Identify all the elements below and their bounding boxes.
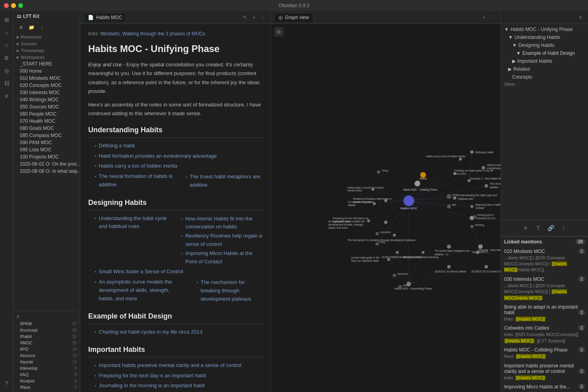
file-010-mindsets[interactable]: 010 Mindsets MOC [14,75,80,82]
list-item[interactable]: The mechanism for breaking through devel… [196,278,263,303]
minimize-button[interactable] [11,3,16,8]
sort-button[interactable]: ↕ [37,23,46,32]
node-defining[interactable] [470,150,474,154]
list-item[interactable]: How Atomic Habits fit into the conversat… [181,214,263,232]
link-chain-icon[interactable]: 🔗 [545,222,557,234]
node-colliding[interactable] [414,181,420,186]
link-walking-phases[interactable]: Walking through the 3 phases of MOCs [122,31,205,37]
file-090-pkm[interactable]: 090 PKM MOC [14,139,80,146]
node-tag-aq[interactable] [375,242,379,245]
file-095-lists[interactable]: 095 Lists MOC [14,146,80,153]
tag-fave[interactable]: #fave 7 [14,384,80,390]
outline-related[interactable]: ▶ Related [501,65,588,73]
list-item[interactable]: Charting out habit cycles in my life cir… [95,327,263,338]
settings-icon[interactable]: ⚙ [1,52,12,64]
list-item[interactable]: Habit formation provides an evolutionary… [95,151,263,162]
list-item[interactable]: Defining a habit [95,141,263,151]
list-item[interactable]: Preparing for the next day is an importa… [95,371,263,381]
file-080-goals[interactable]: 080 Goals MOC [14,125,80,132]
file-060-people[interactable]: 060 People MOC [14,110,80,118]
node-tag-map[interactable] [447,194,451,199]
outline-understanding[interactable]: ▼ Understanding Habits [501,33,588,41]
maximize-button[interactable] [18,3,23,8]
sidebar-close-button[interactable]: ≡ [576,13,585,22]
bl-item-mindsets[interactable]: 010 Mindsets MOC 1 ...dsets MOC]] | [[02… [501,247,588,275]
bl-item-cobwebs[interactable]: Cobwebs into Cables 1 links: [[020 Conce… [501,324,588,346]
text-icon[interactable]: T [533,222,544,234]
file-085-compass[interactable]: 085 Compass MOC [14,132,80,139]
tag-icon[interactable]: # [1,91,12,102]
outline-designing[interactable]: ▼ Designing Habits [501,41,588,49]
list-item[interactable]: Improving Micro Habits at the Point of C… [181,249,263,266]
close-button[interactable] [4,3,9,8]
node-evo[interactable] [482,166,485,170]
list-item[interactable]: Habits carry a ton of hidden inertia [95,161,263,172]
node-mechanism[interactable] [393,234,396,237]
node-atomic2[interactable] [447,265,451,268]
tag-habit[interactable]: #habit 31 [14,333,80,340]
list-item[interactable]: Resiliency Routines help regain a sense … [181,232,263,249]
outline-root[interactable]: ▼ Habits MOC - Unifying Phase [501,25,588,33]
more-options-button[interactable]: ⋮ [259,14,267,21]
list-item[interactable]: The truest habit metaphors are additive [186,172,263,190]
node-truest[interactable] [447,245,451,249]
doc-tab-habits-moc[interactable]: 📄 Habits MOC [83,13,126,22]
bl-item-adapt[interactable]: Being able to adapt is an important habi… [501,303,588,324]
link-icon[interactable]: ⛓ [1,78,12,89]
file-000-home[interactable]: 000 Home [14,68,80,75]
graph-settings-button[interactable]: ⚙ [274,27,284,37]
tag-output[interactable]: #output 8 [14,378,80,384]
list-item[interactable]: Important habits preserve mental clarity… [95,361,263,371]
graph-icon[interactable]: ◎ [1,65,12,76]
node-neural[interactable] [485,184,488,188]
node-preparing[interactable] [367,219,370,222]
tag-quote[interactable]: #quote 11 [14,359,80,365]
file-040-writings[interactable]: 040 Writings MOC [14,96,80,103]
sort-icon[interactable]: ↕ [558,222,569,234]
node-resiliency2[interactable] [396,251,398,254]
node-habit-cycle[interactable] [453,196,456,200]
close-tab-button[interactable]: × [250,14,258,21]
bl-item-interests[interactable]: 030 Interests MOC 1 ...dsets MOC]] | [[0… [501,275,588,303]
tag-moc[interactable]: #MOC 25 [14,340,80,346]
file-2020-0602[interactable]: 2020-06-02 O- On the proc... [14,160,80,168]
graph-canvas[interactable]: ⚙ [271,24,501,392]
new-file-button[interactable]: ⊕ [17,23,25,32]
list-item[interactable]: An asymptotic curve models the developme… [95,277,263,304]
outline-important[interactable]: ▶ Important Habits [501,57,588,65]
node-inertia[interactable] [459,158,462,160]
resources-section[interactable]: ▶ Resources [14,33,80,40]
help-icon[interactable]: ? [1,378,12,389]
tag-concept[interactable]: #concept 32 [14,327,80,333]
bl-item-important-habits[interactable]: Important habits preserve mental clarity… [501,361,588,382]
node-habits-moc[interactable] [404,195,414,206]
graph-tab[interactable]: ◎ Graph view [274,13,313,22]
files-icon[interactable]: ⊞ [1,14,12,25]
node-micro[interactable] [470,205,473,208]
workspaces-section[interactable]: ▶ Workspaces [14,54,80,60]
file-070-health[interactable]: 070 Health MOC [14,118,80,125]
outline-concepts[interactable]: Concepts [501,73,588,81]
node-tag-pd[interactable] [447,205,451,209]
list-item[interactable]: Understanding the habit cycle and habitu… [95,214,263,267]
tag-source[interactable]: #source 13 [14,352,80,359]
list-item[interactable]: The neural formation of habits is additi… [95,172,263,191]
list-item[interactable]: Journaling in the morning is an importan… [95,381,263,391]
node-tag-writing[interactable] [470,225,474,228]
graph-close-button[interactable]: × [480,14,488,21]
node-tag-important[interactable] [375,232,379,236]
node-daily-goals[interactable] [387,258,390,261]
tag-aq[interactable]: #AQ 8 [14,371,80,378]
graph-more-button[interactable]: ⋮ [489,14,497,21]
node-tag-idea[interactable] [398,285,402,289]
node-planning[interactable] [422,251,424,254]
tag-pkm[interactable]: #PKM 47 [14,321,80,327]
tag-pd[interactable]: #PD 14 [14,346,80,352]
tag-develop[interactable]: #develop 9 [14,365,80,371]
outline-example[interactable]: ▼ Example of Habit Design [501,49,588,57]
tags-header[interactable]: # [14,313,80,321]
edit-button[interactable]: ✎ [240,14,248,21]
timestamps-section[interactable]: ▶ Timestamps [14,47,80,54]
bl-item-micro-habits[interactable]: Improving Micro Habits at the... 1 [501,382,588,392]
list-icon[interactable]: ≡ [520,222,531,234]
